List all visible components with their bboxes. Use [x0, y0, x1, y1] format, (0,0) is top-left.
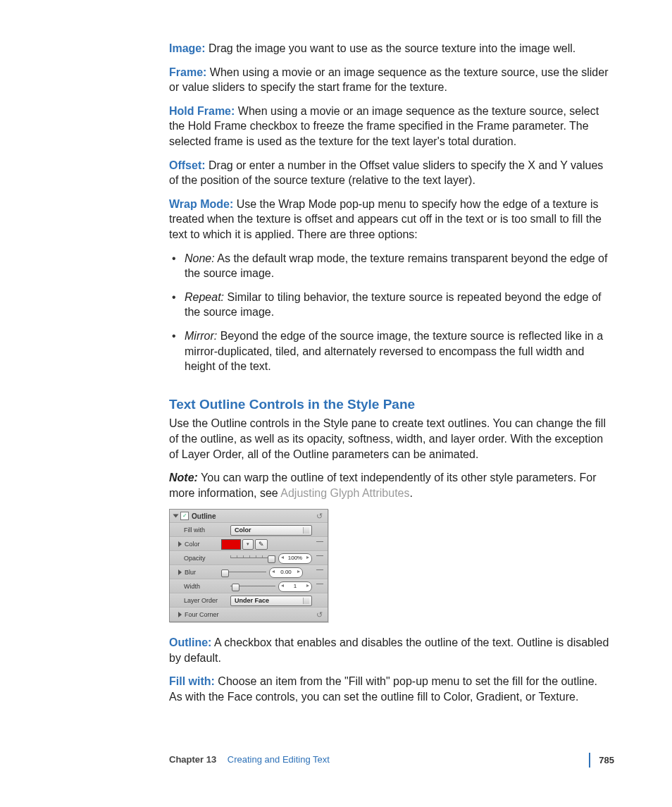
def-fillwith: Fill with: Choose an item from the "Fill…	[169, 674, 611, 704]
def-offset-label: Offset:	[169, 159, 206, 171]
def-outline-text: A checkbox that enables and disables the…	[169, 636, 609, 664]
width-label: Width	[174, 582, 230, 591]
row-fourcorner: Four Corner ↺	[170, 608, 328, 622]
def-image-text: Drag the image you want to use as the so…	[209, 42, 575, 54]
row-layerorder: Layer Order Under Face▴▾	[170, 593, 328, 608]
wrap-mode-list: None: As the default wrap mode, the text…	[169, 251, 611, 374]
opacity-slider[interactable]	[230, 554, 275, 562]
reset-dash-icon[interactable]	[316, 569, 323, 570]
def-wrap: Wrap Mode: Use the Wrap Mode pop-up menu…	[169, 197, 611, 242]
disclosure-triangle-icon[interactable]	[173, 515, 179, 518]
page: Image: Drag the image you want to use as…	[0, 0, 672, 807]
layerorder-label: Layer Order	[174, 596, 230, 605]
def-hold: Hold Frame: When using a movie or an ima…	[169, 104, 611, 149]
opacity-label: Opacity	[174, 554, 230, 562]
section-note: Note: You can warp the outline of text i…	[169, 470, 611, 500]
wrap-repeat-name: Repeat:	[185, 291, 224, 303]
wrap-mirror-text: Beyond the edge of the source image, the…	[185, 330, 603, 372]
disclosure-triangle-icon[interactable]	[178, 612, 182, 617]
def-outline: Outline: A checkbox that enables and dis…	[169, 635, 611, 665]
disclosure-triangle-icon[interactable]	[178, 541, 182, 547]
blur-label: Blur	[185, 568, 221, 577]
page-number: 785	[589, 753, 614, 768]
reset-dash-icon[interactable]	[316, 541, 323, 542]
row-color: Color ▾ ✎	[170, 537, 328, 551]
row-fillwith: Fill with Color▴▾	[170, 523, 328, 537]
def-image: Image: Drag the image you want to use as…	[169, 41, 611, 56]
wrap-none-name: None:	[185, 252, 215, 264]
reset-icon[interactable]: ↺	[315, 512, 323, 520]
def-frame-label: Frame:	[169, 66, 206, 78]
content-column: Image: Drag the image you want to use as…	[169, 41, 611, 713]
def-wrap-text: Use the Wrap Mode pop-up menu to specify…	[169, 198, 602, 240]
def-hold-label: Hold Frame:	[169, 105, 235, 117]
wrap-mirror-name: Mirror:	[185, 330, 217, 342]
page-footer: Chapter 13 Creating and Editing Text 785	[169, 754, 614, 765]
def-fillwith-text: Choose an item from the "Fill with" pop-…	[169, 675, 597, 703]
def-outline-label: Outline:	[169, 636, 211, 648]
def-offset: Offset: Drag or enter a number in the Of…	[169, 158, 611, 188]
blur-value[interactable]: ◂0.00▸	[269, 567, 303, 578]
note-link[interactable]: Adjusting Glyph Attributes	[280, 487, 409, 499]
def-wrap-label: Wrap Mode:	[169, 198, 233, 210]
eyedropper-icon[interactable]: ✎	[255, 539, 268, 550]
disclosure-triangle-icon[interactable]	[178, 569, 182, 575]
fillwith-popup[interactable]: Color▴▾	[230, 525, 312, 536]
blur-slider[interactable]	[221, 568, 266, 577]
def-fillwith-label: Fill with:	[169, 675, 215, 687]
width-slider[interactable]	[230, 582, 275, 591]
row-blur: Blur ◂0.00▸	[170, 565, 328, 579]
outline-inspector-panel: ✓ Outline ↺ Fill with Color▴▾ Color ▾ ✎ …	[169, 509, 328, 622]
row-width: Width ◂1▸	[170, 579, 328, 593]
chapter-title: Creating and Editing Text	[228, 754, 330, 765]
color-label: Color	[185, 540, 221, 548]
panel-title: Outline	[192, 512, 238, 522]
reset-icon[interactable]: ↺	[315, 610, 323, 619]
section-intro: Use the Outline controls in the Style pa…	[169, 416, 611, 462]
color-popup[interactable]: ▾	[242, 539, 254, 550]
def-offset-text: Drag or enter a number in the Offset val…	[169, 159, 603, 187]
list-item: None: As the default wrap mode, the text…	[185, 251, 611, 281]
list-item: Mirror: Beyond the edge of the source im…	[185, 328, 611, 374]
list-item: Repeat: Similar to tiling behavior, the …	[185, 290, 611, 320]
fillwith-label: Fill with	[174, 526, 230, 534]
note-label: Note:	[169, 472, 198, 483]
def-frame-text: When using a movie or an image sequence …	[169, 66, 608, 94]
panel-header[interactable]: ✓ Outline ↺	[170, 510, 328, 523]
section-heading: Text Outline Controls in the Style Pane	[169, 395, 611, 414]
chapter-number: Chapter 13	[169, 754, 216, 765]
reset-dash-icon[interactable]	[316, 555, 323, 556]
fourcorner-label: Four Corner	[185, 610, 231, 619]
def-frame: Frame: When using a movie or an image se…	[169, 65, 611, 95]
reset-dash-icon[interactable]	[316, 584, 323, 584]
layerorder-popup[interactable]: Under Face▴▾	[230, 596, 312, 606]
color-swatch[interactable]	[221, 539, 241, 550]
def-image-label: Image:	[169, 42, 206, 54]
outline-checkbox[interactable]: ✓	[180, 512, 189, 520]
width-value[interactable]: ◂1▸	[278, 581, 312, 592]
wrap-repeat-text: Similar to tiling behavior, the texture …	[185, 291, 602, 319]
wrap-none-text: As the default wrap mode, the texture re…	[185, 252, 607, 280]
note-tail: .	[410, 487, 413, 499]
row-opacity: Opacity ◂100%▸	[170, 551, 328, 565]
opacity-value[interactable]: ◂100%▸	[278, 553, 312, 564]
